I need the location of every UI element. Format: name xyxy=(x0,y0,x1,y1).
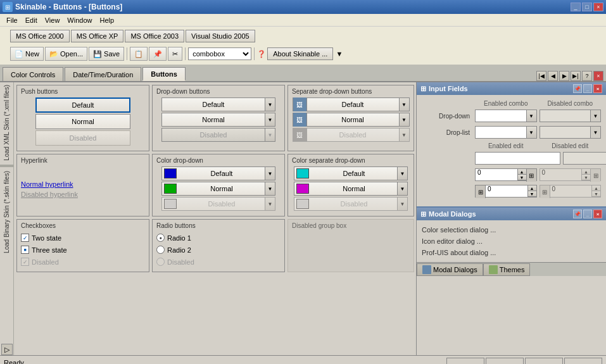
disabled-radio-label: Disabled xyxy=(167,258,194,266)
color-separate-arrow-1[interactable]: ▼ xyxy=(397,167,407,180)
spin-down-2: ▼ xyxy=(581,175,590,180)
normal-dropdown-button[interactable]: Normal ▼ xyxy=(161,113,275,127)
spin-icon-btn[interactable]: ⊞ xyxy=(476,185,486,198)
spin-row-2: ⊞ 0 ▲ ▼ ⊞ 0 ▲ ▼ xyxy=(422,185,601,198)
tab-buttons[interactable]: Buttons xyxy=(142,67,186,81)
tab-nav-last[interactable]: ▶| xyxy=(571,71,581,81)
three-state-checkbox-row[interactable]: Three state xyxy=(21,244,145,256)
enabled-dropdown-combo[interactable]: ▼ xyxy=(475,110,537,122)
spin-btns-2: ▲ ▼ xyxy=(581,169,590,180)
toolbar-btn-paste[interactable]: 📌 xyxy=(149,47,167,61)
menu-file[interactable]: File xyxy=(3,15,22,25)
toolbar-combobox[interactable]: combobox xyxy=(188,47,251,60)
enabled-spin-1[interactable]: 0 ▲ ▼ ⊞ xyxy=(475,168,537,181)
two-state-checkbox[interactable] xyxy=(21,234,29,242)
sep-arrow-1[interactable]: ▼ xyxy=(399,98,409,111)
default-color-separate[interactable]: Default ▼ xyxy=(294,166,408,180)
menu-window[interactable]: Window xyxy=(63,15,96,25)
bottom-tab-themes[interactable]: Themes xyxy=(483,263,531,276)
normal-hyperlink[interactable]: Normal hyperlink xyxy=(21,179,145,189)
modal-pin[interactable]: 📌 xyxy=(573,210,582,218)
normal-sep-dropdown[interactable]: 🖼 Normal ▼ xyxy=(293,113,410,127)
new-button[interactable]: 📄 New xyxy=(10,47,44,61)
spin-up-3[interactable]: ▲ xyxy=(527,185,536,191)
toolbar-btn-copy[interactable]: 📋 xyxy=(130,47,148,61)
modal-minimize[interactable]: _ xyxy=(583,210,592,218)
input-fields-minimize[interactable]: _ xyxy=(583,84,592,93)
about-dialog-link[interactable]: Prof-UIS about dialog ... xyxy=(422,247,601,258)
radio1-row[interactable]: Radio 1 xyxy=(156,232,281,244)
enabled-spin-2[interactable]: ⊞ 0 ▲ ▼ xyxy=(475,185,537,198)
save-button[interactable]: 💾 Save xyxy=(89,47,124,61)
default-push-button[interactable]: Default xyxy=(35,97,130,113)
menu-view[interactable]: View xyxy=(41,15,64,25)
radio2-button[interactable] xyxy=(156,246,165,254)
modal-dialogs-content: Color selection dialog ... Icon editor d… xyxy=(417,220,606,262)
droplist-input-row: Drop-list ▼ ▼ xyxy=(422,126,601,139)
restore-button[interactable]: □ xyxy=(582,3,592,11)
spin-extra-btn[interactable]: ⊞ xyxy=(526,169,536,182)
spin-down-3[interactable]: ▼ xyxy=(527,191,536,197)
input-fields-pin[interactable]: 📌 xyxy=(573,84,582,93)
themes-tab-icon xyxy=(489,265,498,274)
two-state-checkbox-row[interactable]: Two state xyxy=(21,232,145,244)
tab-color-controls[interactable]: Color Controls xyxy=(3,67,63,81)
enabled-combo-header: Enabled combo xyxy=(475,100,537,107)
theme-ms-office-2003[interactable]: MS Office 2003 xyxy=(125,30,184,42)
disabled-checkbox-label: Disabled xyxy=(32,258,59,266)
main-toolbar-row: 📄 New 📂 Open... 💾 Save 📋 📌 ✂ combobox ❓ … xyxy=(3,46,603,62)
dropdown-arrow-2[interactable]: ▼ xyxy=(265,113,275,126)
color-dropdown-arrow-1[interactable]: ▼ xyxy=(265,167,275,180)
tab-close[interactable]: × xyxy=(593,71,603,81)
default-dropdown-button[interactable]: Default ▼ xyxy=(161,97,275,111)
open-button[interactable]: 📂 Open... xyxy=(45,47,87,61)
modal-close[interactable]: × xyxy=(593,210,602,218)
app-icon: ⊞ xyxy=(3,2,13,12)
tab-datetime[interactable]: Date/Time/Duration xyxy=(65,67,141,81)
tab-nav-next[interactable]: ▶ xyxy=(559,71,569,81)
about-button[interactable]: About Skinable ... xyxy=(267,47,333,60)
normal-color-separate[interactable]: Normal ▼ xyxy=(294,182,408,196)
normal-push-button[interactable]: Normal xyxy=(35,114,130,129)
tab-nav-prev[interactable]: ◀ xyxy=(548,71,558,81)
spin-up-1[interactable]: ▲ xyxy=(517,169,526,175)
spin-down-1[interactable]: ▼ xyxy=(517,175,526,180)
color-swatch-1 xyxy=(164,168,177,179)
tab-help[interactable]: ? xyxy=(582,71,592,81)
color-dropdown-arrow-2[interactable]: ▼ xyxy=(265,182,275,195)
toolbar-arrow-icon[interactable]: ▼ xyxy=(334,50,344,58)
title-bar: ⊞ Skinable - Buttons - [Buttons] _ □ × xyxy=(0,0,606,14)
bottom-tab-modal[interactable]: Modal Dialogs xyxy=(417,263,483,276)
disabled-dropdown-arrow: ▼ xyxy=(590,110,600,122)
enabled-dropdown-arrow[interactable]: ▼ xyxy=(526,110,536,122)
sep-arrow-2[interactable]: ▼ xyxy=(399,113,409,126)
theme-ms-office-2000[interactable]: MS Office 2000 xyxy=(10,30,70,42)
title-bar-controls[interactable]: _ □ × xyxy=(571,3,603,11)
enabled-droplist-combo[interactable]: ▼ xyxy=(475,126,537,139)
color-selection-link[interactable]: Color selection dialog ... xyxy=(422,224,601,235)
sidebar-expand-btn[interactable]: ▷ xyxy=(1,344,13,355)
color-separate-arrow-2[interactable]: ▼ xyxy=(397,182,407,195)
tab-bar: Color Controls Date/Time/Duration Button… xyxy=(0,65,606,82)
input-fields-close[interactable]: × xyxy=(593,84,602,93)
enabled-droplist-arrow[interactable]: ▼ xyxy=(526,127,536,138)
icon-editor-link[interactable]: Icon editor dialog ... xyxy=(422,235,601,247)
default-color-dropdown[interactable]: Default ▼ xyxy=(161,166,275,180)
normal-color-dropdown[interactable]: Normal ▼ xyxy=(161,182,275,196)
enabled-edit-field[interactable] xyxy=(475,152,560,165)
dropdown-arrow-1[interactable]: ▼ xyxy=(265,98,275,111)
radio1-button[interactable] xyxy=(156,234,165,242)
theme-visual-studio-2005[interactable]: Visual Studio 2005 xyxy=(186,30,255,42)
color-swatch-4 xyxy=(296,168,309,179)
tab-nav-first[interactable]: |◀ xyxy=(536,71,546,81)
toolbar-btn-cut[interactable]: ✂ xyxy=(168,47,182,61)
toolbar-separator-2 xyxy=(185,47,186,60)
minimize-button[interactable]: _ xyxy=(571,3,581,11)
menu-edit[interactable]: Edit xyxy=(22,15,41,25)
default-sep-dropdown[interactable]: 🖼 Default ▼ xyxy=(293,97,410,111)
theme-ms-office-xp[interactable]: MS Office XP xyxy=(71,30,124,42)
three-state-checkbox[interactable] xyxy=(21,246,29,254)
close-button[interactable]: × xyxy=(593,3,603,11)
menu-help[interactable]: Help xyxy=(96,15,118,25)
radio2-row[interactable]: Radio 2 xyxy=(156,244,281,256)
